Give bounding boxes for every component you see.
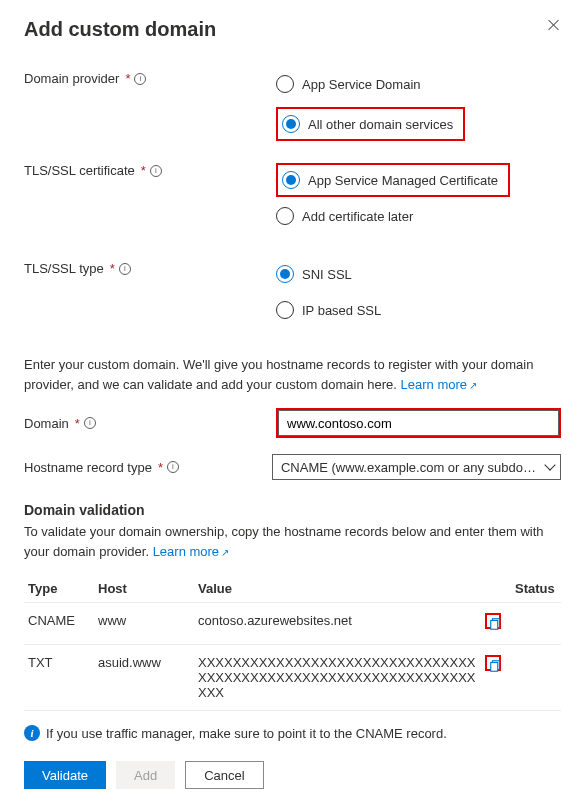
hostname-record-type-dropdown[interactable]: CNAME (www.example.com or any subdo…	[272, 454, 561, 480]
domain-intro-text: Enter your custom domain. We'll give you…	[24, 355, 561, 394]
hostname-record-type-label: Hostname record type	[24, 460, 152, 475]
validation-type: CNAME	[24, 603, 94, 645]
copy-icon[interactable]	[485, 613, 501, 629]
validation-value: XXXXXXXXXXXXXXXXXXXXXXXXXXXXXXXXXXXXXXXX…	[194, 645, 481, 711]
copy-icon[interactable]	[485, 655, 501, 671]
col-host: Host	[94, 575, 194, 603]
required-asterisk: *	[141, 163, 146, 178]
radio-ip-based-ssl[interactable]: IP based SSL	[276, 297, 561, 323]
info-icon[interactable]: i	[84, 417, 96, 429]
radio-label: All other domain services	[308, 117, 453, 132]
radio-managed-certificate[interactable]: App Service Managed Certificate	[282, 167, 504, 193]
table-row: TXT asuid.www XXXXXXXXXXXXXXXXXXXXXXXXXX…	[24, 645, 561, 711]
svg-rect-1	[491, 621, 498, 630]
info-icon[interactable]: i	[150, 165, 162, 177]
radio-label: App Service Domain	[302, 77, 421, 92]
cancel-button[interactable]: Cancel	[185, 761, 263, 789]
radio-add-certificate-later[interactable]: Add certificate later	[276, 203, 561, 229]
validate-button[interactable]: Validate	[24, 761, 106, 789]
domain-provider-label: Domain provider	[24, 71, 119, 86]
radio-label: IP based SSL	[302, 303, 381, 318]
radio-icon	[276, 301, 294, 319]
validation-host: www	[94, 603, 194, 645]
add-button: Add	[116, 761, 175, 789]
radio-label: SNI SSL	[302, 267, 352, 282]
table-row: CNAME www contoso.azurewebsites.net	[24, 603, 561, 645]
info-icon[interactable]: i	[119, 263, 131, 275]
radio-all-other-domain-services[interactable]: All other domain services	[282, 111, 459, 137]
learn-more-link[interactable]: Learn more↗	[153, 544, 229, 559]
close-icon[interactable]	[547, 18, 561, 32]
learn-more-link[interactable]: Learn more↗	[401, 377, 477, 392]
required-asterisk: *	[158, 460, 163, 475]
validation-host: asuid.www	[94, 645, 194, 711]
info-note-text: If you use traffic manager, make sure to…	[46, 726, 447, 741]
col-copy	[481, 575, 511, 603]
info-icon: i	[24, 725, 40, 741]
radio-sni-ssl[interactable]: SNI SSL	[276, 261, 561, 287]
radio-label: App Service Managed Certificate	[308, 173, 498, 188]
tls-cert-label: TLS/SSL certificate	[24, 163, 135, 178]
info-icon[interactable]: i	[134, 73, 146, 85]
radio-app-service-domain[interactable]: App Service Domain	[276, 71, 561, 97]
col-type: Type	[24, 575, 94, 603]
required-asterisk: *	[110, 261, 115, 276]
col-status: Status	[511, 575, 561, 603]
validation-intro-text: To validate your domain ownership, copy …	[24, 522, 561, 561]
domain-input[interactable]	[278, 410, 559, 436]
info-icon[interactable]: i	[167, 461, 179, 473]
validation-type: TXT	[24, 645, 94, 711]
radio-icon	[276, 75, 294, 93]
radio-icon	[276, 265, 294, 283]
svg-rect-3	[491, 663, 498, 672]
radio-icon	[282, 115, 300, 133]
tls-type-label: TLS/SSL type	[24, 261, 104, 276]
radio-icon	[276, 207, 294, 225]
info-note: i If you use traffic manager, make sure …	[24, 725, 561, 741]
validation-value: contoso.azurewebsites.net	[194, 603, 481, 645]
validation-table: Type Host Value Status CNAME www contoso…	[24, 575, 561, 711]
radio-label: Add certificate later	[302, 209, 413, 224]
external-link-icon: ↗	[221, 545, 229, 560]
radio-icon	[282, 171, 300, 189]
domain-label: Domain	[24, 416, 69, 431]
required-asterisk: *	[125, 71, 130, 86]
required-asterisk: *	[75, 416, 80, 431]
page-title: Add custom domain	[24, 18, 561, 41]
dropdown-selected: CNAME (www.example.com or any subdo…	[281, 460, 536, 475]
domain-validation-heading: Domain validation	[24, 502, 561, 518]
col-value: Value	[194, 575, 481, 603]
external-link-icon: ↗	[469, 378, 477, 393]
